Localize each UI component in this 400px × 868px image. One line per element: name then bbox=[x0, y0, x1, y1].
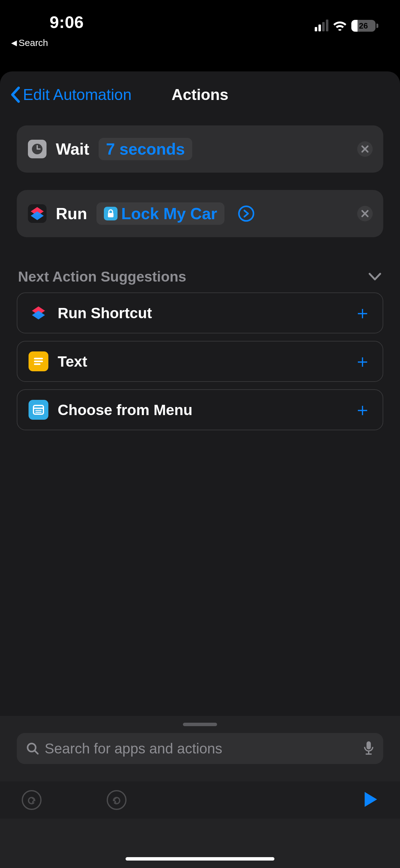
run-shortcut-pill[interactable]: Lock My Car bbox=[96, 203, 225, 225]
svg-rect-5 bbox=[108, 213, 113, 217]
actions-sheet: Edit Automation Actions Wait 7 seconds bbox=[0, 71, 400, 868]
text-icon bbox=[29, 351, 48, 371]
run-button[interactable] bbox=[363, 791, 378, 809]
menu-icon bbox=[29, 400, 48, 420]
clock-icon bbox=[28, 140, 46, 158]
bottom-panel: Search for apps and actions bbox=[0, 716, 400, 868]
breadcrumb-label: Search bbox=[19, 37, 48, 48]
wait-label: Wait bbox=[56, 140, 89, 158]
action-card-run[interactable]: Run Lock My Car bbox=[17, 190, 383, 237]
suggestion-text[interactable]: Text ＋ bbox=[17, 341, 383, 382]
suggestion-choose-from-menu[interactable]: Choose from Menu ＋ bbox=[17, 389, 383, 430]
status-time: 9:06 bbox=[19, 12, 84, 32]
close-icon bbox=[361, 210, 369, 218]
toolbar bbox=[0, 781, 400, 819]
suggestion-run-shortcut[interactable]: Run Shortcut ＋ bbox=[17, 292, 383, 333]
svg-rect-11 bbox=[33, 405, 43, 414]
undo-icon bbox=[26, 795, 37, 806]
chevron-left-icon bbox=[9, 86, 21, 103]
undo-button[interactable] bbox=[22, 790, 41, 810]
status-bar: 9:06 26 bbox=[0, 0, 400, 34]
redo-button[interactable] bbox=[107, 790, 127, 810]
lock-icon bbox=[104, 207, 118, 220]
shortcuts-icon bbox=[29, 303, 48, 323]
remove-run-button[interactable] bbox=[357, 206, 373, 221]
expand-button[interactable] bbox=[238, 206, 254, 222]
svg-rect-17 bbox=[367, 741, 371, 749]
action-card-wait[interactable]: Wait 7 seconds bbox=[17, 125, 383, 173]
add-suggestion-button[interactable]: ＋ bbox=[354, 398, 371, 422]
add-suggestion-button[interactable]: ＋ bbox=[354, 301, 371, 325]
nav-back-button[interactable]: Edit Automation bbox=[9, 71, 131, 118]
status-indicators: 26 bbox=[315, 20, 381, 32]
chevron-down-icon bbox=[368, 272, 382, 281]
search-placeholder: Search for apps and actions bbox=[45, 740, 358, 757]
drag-handle[interactable] bbox=[183, 723, 217, 726]
battery-percentage: 26 bbox=[351, 21, 375, 31]
shortcuts-icon bbox=[28, 204, 46, 223]
suggestion-label: Choose from Menu bbox=[58, 401, 193, 418]
wifi-icon bbox=[333, 21, 347, 31]
add-suggestion-button[interactable]: ＋ bbox=[354, 349, 371, 373]
wait-duration-value: 7 seconds bbox=[106, 140, 185, 158]
play-icon bbox=[363, 791, 378, 808]
redo-icon bbox=[111, 795, 122, 806]
suggestions-header[interactable]: Next Action Suggestions bbox=[17, 268, 383, 285]
nav-back-label: Edit Automation bbox=[23, 86, 131, 104]
back-triangle-icon: ◀ bbox=[11, 39, 17, 46]
run-shortcut-name: Lock My Car bbox=[121, 204, 217, 223]
page-title: Actions bbox=[171, 86, 228, 104]
chevron-right-icon bbox=[243, 209, 249, 218]
suggestion-label: Text bbox=[58, 353, 87, 370]
wait-duration-pill[interactable]: 7 seconds bbox=[99, 138, 192, 160]
nav-bar: Edit Automation Actions bbox=[0, 71, 400, 118]
cellular-icon bbox=[315, 20, 328, 31]
svg-line-16 bbox=[35, 751, 38, 754]
run-label: Run bbox=[56, 204, 87, 223]
dictate-button[interactable] bbox=[363, 741, 374, 756]
breadcrumb-back[interactable]: ◀ Search bbox=[0, 34, 400, 52]
remove-wait-button[interactable] bbox=[357, 141, 373, 157]
suggestion-label: Run Shortcut bbox=[58, 305, 152, 321]
battery-icon: 26 bbox=[351, 20, 378, 32]
search-icon bbox=[26, 742, 39, 755]
search-input[interactable]: Search for apps and actions bbox=[17, 733, 383, 764]
suggestions-title: Next Action Suggestions bbox=[18, 268, 186, 285]
home-indicator[interactable] bbox=[126, 857, 274, 861]
close-icon bbox=[361, 145, 369, 153]
